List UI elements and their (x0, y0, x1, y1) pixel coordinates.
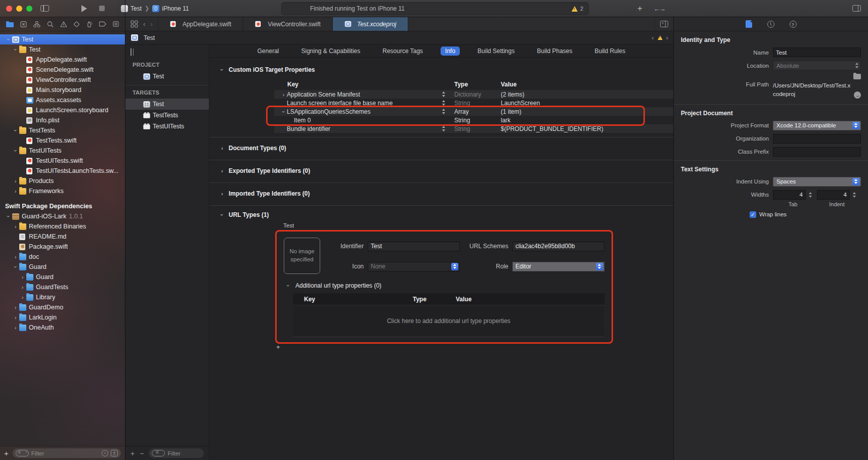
tree-row[interactable]: › GuardDemo (0, 302, 125, 312)
settings-tab[interactable]: Info (441, 47, 460, 56)
target-item[interactable]: TestUITests (125, 121, 209, 132)
editor-tab[interactable]: ViewController.swift (243, 17, 332, 31)
tree-row[interactable]: › Library (0, 292, 125, 302)
disclosure-chevron-icon[interactable]: › (13, 148, 19, 154)
disclosure-chevron-icon[interactable]: › (12, 178, 19, 184)
tree-row[interactable]: › README.md (0, 232, 125, 242)
tab-overview-icon[interactable] (131, 20, 138, 28)
debug-navigator-icon[interactable] (86, 21, 93, 28)
row-chevron-icon[interactable]: › (280, 91, 287, 98)
settings-tab[interactable]: Resource Tags (378, 47, 427, 56)
help-inspector-icon[interactable]: ? (790, 21, 797, 28)
project-navigator-icon[interactable] (6, 21, 14, 28)
url-schemes-input[interactable]: clia2ac4b2e95b8d00b (512, 242, 604, 251)
project-item[interactable]: Test (125, 71, 209, 82)
minimize-window-button[interactable] (16, 6, 22, 12)
tree-row[interactable]: › Guard (0, 272, 125, 282)
property-value[interactable]: (2 items) (501, 91, 673, 98)
choose-location-button[interactable] (852, 74, 861, 79)
table-row[interactable]: › Bundle identifier String $(PRODUCT_BUN… (274, 124, 673, 133)
recent-files-icon[interactable] (102, 450, 108, 456)
settings-tab[interactable]: Build Settings (473, 47, 519, 56)
editor-tab[interactable]: AppDelegate.swift (158, 17, 243, 31)
table-row[interactable]: › LSApplicationQueriesSchemes Array (1 i… (274, 107, 673, 116)
tree-row[interactable]: › AppDelegate.swift (0, 55, 125, 65)
row-chevron-icon[interactable]: › (281, 108, 287, 115)
warning-icon[interactable] (572, 6, 578, 12)
tree-row[interactable]: › Info.plist (0, 115, 125, 125)
warning-count[interactable]: 2 (580, 6, 583, 12)
icon-dropdown[interactable]: None (368, 262, 460, 271)
identifier-input[interactable]: Test (368, 242, 460, 251)
tree-row[interactable]: › TestUITestsLaunchTests.sw... (0, 166, 125, 176)
disclosure-chevron-icon[interactable]: › (6, 213, 12, 220)
section-chevron-icon[interactable]: › (219, 67, 225, 72)
tree-row[interactable]: › LaunchScreen.storyboard (0, 105, 125, 115)
property-value[interactable]: $(PRODUCT_BUNDLE_IDENTIFIER) (501, 125, 673, 132)
additional-properties-header[interactable]: › Additional url type properties (0) (285, 282, 604, 289)
go-back-button[interactable]: ‹ (143, 20, 145, 28)
issue-warning-icon[interactable] (658, 35, 663, 40)
toggle-navigator-button[interactable] (40, 5, 49, 12)
tree-row[interactable]: › TestTests (0, 125, 125, 135)
add-additional-property-action[interactable]: Click here to add additional url type pr… (293, 305, 604, 337)
settings-tab[interactable]: Build Rules (590, 47, 630, 56)
disclosure-chevron-icon[interactable]: › (12, 314, 19, 320)
disclosure-chevron-icon[interactable]: › (12, 325, 19, 331)
class-prefix-input[interactable] (773, 147, 861, 157)
scheme-device-name[interactable]: iPhone 11 (162, 5, 189, 12)
collapsed-section-header[interactable]: › Exported Type Identifiers (0) (220, 163, 673, 178)
wrap-lines-checkbox[interactable]: ✓ (750, 211, 756, 218)
collapsed-section-header[interactable]: › Imported Type Identifiers (0) (220, 186, 673, 201)
disclosure-chevron-icon[interactable]: › (19, 294, 26, 300)
file-inspector-icon[interactable] (746, 20, 752, 28)
tree-row[interactable]: › TestUITests (0, 146, 125, 156)
remove-target-button[interactable]: − (140, 449, 144, 457)
tree-row[interactable]: › Main.storyboard (0, 85, 125, 95)
property-value[interactable]: LaunchScreen (501, 100, 673, 107)
table-row[interactable]: › Launch screen interface file base name… (274, 99, 673, 107)
tree-row[interactable]: › LarkLogin (0, 312, 125, 323)
settings-tab[interactable]: Signing & Capabilities (296, 47, 365, 56)
section-chevron-icon[interactable]: › (219, 212, 225, 217)
previous-issue-button[interactable]: ‹ (652, 34, 654, 41)
source-control-navigator-icon[interactable] (20, 21, 27, 28)
scm-status-filter-icon[interactable]: ± (111, 450, 118, 456)
zoom-window-button[interactable] (26, 6, 32, 12)
tree-row[interactable]: › Package.swift (0, 242, 125, 252)
disclosure-chevron-icon[interactable]: › (19, 274, 26, 280)
tree-row[interactable]: › ViewController.swift (0, 75, 125, 85)
editor-tab[interactable]: Test.xcodeproj (332, 17, 408, 31)
tree-row[interactable]: › Test (0, 44, 125, 55)
find-navigator-icon[interactable] (47, 21, 54, 28)
collapsed-section-header[interactable]: › Document Types (0) (220, 141, 673, 156)
tree-row[interactable]: › SceneDelegate.swift (0, 65, 125, 75)
library-add-button[interactable]: + (637, 4, 642, 14)
custom-properties-header[interactable]: › Custom iOS Target Properties (220, 64, 673, 76)
disclosure-chevron-icon[interactable]: › (13, 264, 19, 270)
scheme-selector[interactable]: Test ❯ iPhone 11 (121, 5, 189, 12)
tree-row[interactable]: › OneAuth (0, 323, 125, 333)
issue-navigator-icon[interactable] (60, 21, 67, 28)
property-value[interactable]: lark (501, 117, 673, 124)
table-row[interactable]: › Item 0 String lark (274, 116, 673, 124)
stepper-icon[interactable] (852, 192, 857, 198)
disclosure-chevron-icon[interactable]: › (6, 36, 12, 43)
breakpoint-navigator-icon[interactable] (99, 21, 107, 27)
tree-row[interactable]: › GuardTests (0, 282, 125, 292)
tree-row[interactable]: › Swift Package Dependencies (0, 201, 125, 211)
settings-tab[interactable]: General (253, 47, 284, 56)
toggle-inspector-button[interactable] (852, 5, 861, 12)
indent-using-dropdown[interactable]: Spaces (773, 177, 861, 187)
project-format-dropdown[interactable]: Xcode 12.0-compatible (773, 121, 861, 130)
section-chevron-icon[interactable]: › (220, 191, 225, 197)
role-dropdown[interactable]: Editor (512, 262, 604, 271)
name-input[interactable]: Test (773, 48, 861, 57)
location-dropdown[interactable]: Absolute (773, 61, 861, 70)
symbol-navigator-icon[interactable] (33, 21, 40, 28)
type-stepper-icon[interactable] (441, 125, 447, 132)
url-types-header[interactable]: › URL Types (1) (220, 209, 673, 221)
tree-row[interactable]: › Assets.xcassets (0, 95, 125, 105)
add-file-button[interactable]: + (4, 449, 9, 457)
breadcrumb[interactable]: Test (144, 34, 155, 41)
